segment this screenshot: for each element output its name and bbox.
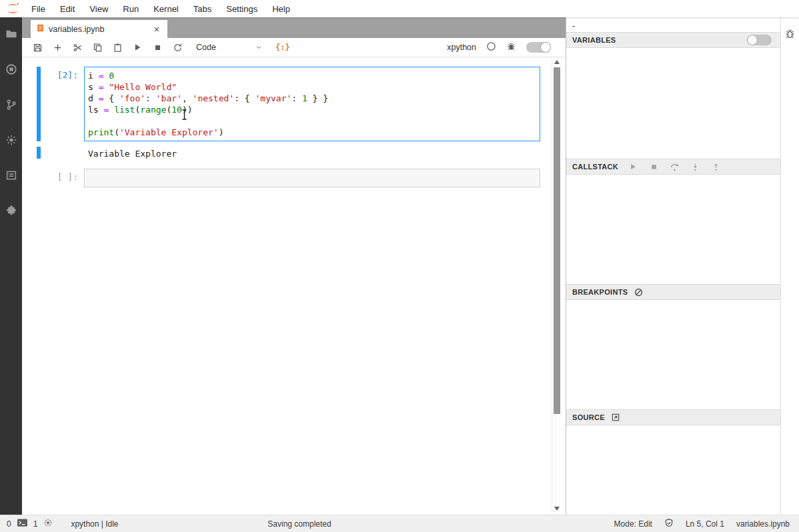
code-editor-empty[interactable] (84, 169, 540, 187)
step-over-button[interactable] (669, 161, 680, 172)
cell-output-text: Variable Explorer (84, 147, 540, 161)
breakpoints-section-header[interactable]: BREAKPOINTS (566, 284, 780, 300)
code-lines: i = 0s = "Hello World"d = { 'foo': 'bar'… (88, 70, 536, 138)
git-icon[interactable] (5, 99, 17, 111)
callstack-toolbar (628, 161, 721, 172)
menu-run[interactable]: Run (115, 4, 146, 14)
execution-prompt-empty: [ ]: (41, 169, 84, 187)
code-editor[interactable]: i = 0s = "Hello World"d = { 'foo': 'bar'… (84, 67, 540, 141)
scroll-down-arrow-icon[interactable] (554, 507, 560, 511)
menu-help[interactable]: Help (265, 4, 297, 14)
format-braces-icon[interactable]: {:} (275, 43, 290, 52)
debugger-session-title: - (566, 17, 780, 32)
main-area: variables.ipynb × (22, 17, 566, 515)
left-activity-bar (0, 17, 22, 515)
debugger-sidebar: - VARIABLES CALLSTACK (566, 17, 780, 515)
menu-edit[interactable]: Edit (53, 4, 82, 14)
scrollbar-thumb[interactable] (554, 67, 560, 414)
kernel-name[interactable]: xpython (447, 43, 476, 52)
paste-cells-button[interactable] (107, 39, 127, 56)
copy-cells-button[interactable] (87, 39, 107, 56)
debugger-toggle[interactable] (526, 42, 551, 53)
menubar: File Edit View Run Kernel Tabs Settings … (0, 0, 799, 17)
running-sessions-icon[interactable] (5, 63, 17, 75)
open-source-icon[interactable] (611, 413, 620, 422)
menu-kernel[interactable]: Kernel (146, 4, 186, 14)
mode-indicator[interactable]: Mode: Edit (614, 519, 652, 529)
restart-kernel-button[interactable] (167, 39, 187, 56)
cell-type-select[interactable]: Code (190, 40, 249, 55)
status-message: Saving completed (0, 519, 599, 529)
step-out-button[interactable] (710, 161, 721, 172)
menu-view[interactable]: View (82, 4, 115, 14)
variables-view-toggle[interactable] (747, 35, 772, 45)
breakpoints-panel-body (566, 300, 780, 409)
notebook-panel: [2]: i = 0s = "Hello World"d = { 'foo': … (22, 57, 566, 515)
callstack-header-label: CALLSTACK (572, 163, 618, 171)
property-inspector-icon[interactable] (5, 134, 17, 146)
kernel-status-icon (486, 41, 496, 54)
cursor-position[interactable]: Ln 5, Col 1 (686, 519, 724, 529)
source-section-header[interactable]: SOURCE (566, 409, 780, 425)
interrupt-kernel-button[interactable] (147, 39, 167, 56)
trusted-shield-icon[interactable] (664, 518, 674, 530)
statusbar-filename: variables.ipynb (736, 519, 790, 529)
output-prompt (41, 147, 84, 161)
source-header-label: SOURCE (572, 413, 605, 421)
notebook-scrollbar[interactable] (552, 57, 561, 513)
code-cell-empty[interactable]: [ ]: (22, 169, 566, 187)
menu-tabs[interactable]: Tabs (186, 4, 219, 14)
scroll-up-arrow-icon[interactable] (554, 60, 560, 64)
cell-output-area: Variable Explorer (22, 147, 566, 161)
remove-all-breakpoints-icon[interactable] (634, 287, 644, 297)
variables-panel-body (566, 48, 780, 159)
variables-section-header[interactable]: VARIABLES (566, 32, 780, 48)
continue-button[interactable] (628, 161, 638, 172)
cut-cells-button[interactable] (67, 39, 87, 56)
tab-close-icon[interactable]: × (151, 23, 162, 35)
status-bar: 0 1 xpython | Idle Saving completed Mode… (0, 515, 799, 532)
jupyter-logo-icon (4, 1, 21, 16)
notebook-file-icon (36, 23, 45, 35)
source-panel-body (566, 425, 780, 515)
toggle-knob (748, 35, 757, 45)
right-sidebar-strip (780, 17, 799, 515)
execution-prompt: [2]: (41, 67, 84, 141)
cell-type-chevron-icon[interactable] (249, 39, 269, 56)
variables-header-label: VARIABLES (572, 36, 616, 44)
tab-variables-ipynb[interactable]: variables.ipynb × (31, 20, 167, 38)
notebook-toolbar: Code {:} xpython (22, 38, 566, 57)
breakpoints-header-label: BREAKPOINTS (572, 288, 628, 296)
save-button[interactable] (27, 39, 47, 56)
menu-settings[interactable]: Settings (219, 4, 265, 14)
tab-title: variables.ipynb (49, 25, 147, 34)
callstack-section-header[interactable]: CALLSTACK (566, 159, 780, 175)
table-of-contents-icon[interactable] (5, 169, 17, 181)
extension-manager-icon[interactable] (5, 205, 17, 217)
file-browser-icon[interactable] (5, 28, 17, 40)
cell-type-value: Code (196, 43, 216, 52)
terminate-button[interactable] (648, 161, 659, 172)
run-cell-button[interactable] (127, 39, 147, 56)
debugger-tab-bug-icon[interactable] (784, 28, 796, 42)
step-in-button[interactable] (690, 161, 700, 172)
code-cell-active[interactable]: [2]: i = 0s = "Hello World"d = { 'foo': … (22, 67, 566, 141)
callstack-panel-body (566, 175, 780, 284)
dock-tab-bar: variables.ipynb × (22, 17, 566, 38)
jupyterlab-window: File Edit View Run Kernel Tabs Settings … (0, 0, 799, 532)
debugger-bug-icon[interactable] (506, 41, 516, 54)
toggle-knob (541, 43, 550, 52)
mouse-ibeam-cursor (181, 109, 187, 123)
insert-cell-button[interactable] (47, 39, 67, 56)
menu-file[interactable]: File (24, 4, 53, 14)
